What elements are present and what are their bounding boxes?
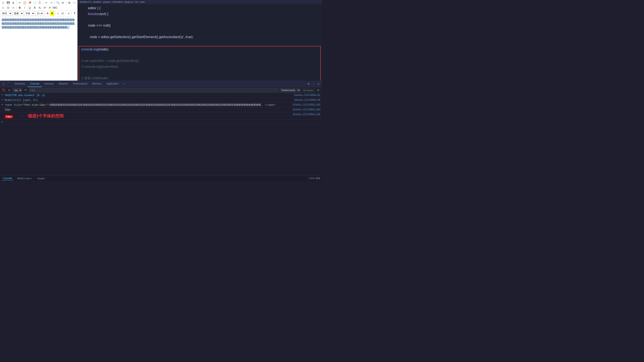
breadcrumb-text: ckeditor4-3 › ckeditor › plugins › texti… — [80, 1, 145, 3]
editor-panel: ⬡ 💾 🖨 ✂ 📋 📌 📄 🗒 ↩ ↪ 🔍 ⇄ ⊞ ― ☺ Ω — [0, 0, 78, 80]
toolbar-strike-btn[interactable]: S — [32, 5, 37, 10]
console-text-3c: > — [48, 104, 50, 106]
filter-toggle-btn[interactable]: ⊘ — [7, 88, 11, 92]
divider2 — [43, 1, 43, 4]
tab-sources[interactable]: Sources — [42, 80, 56, 87]
show-blocks-btn[interactable]: ⊡ — [60, 11, 65, 16]
tab-memory[interactable]: Memory — [90, 80, 104, 87]
bottom-tab-issues[interactable]: Issues — [36, 177, 46, 180]
toolbar-print-btn[interactable]: 🖨 — [11, 0, 16, 5]
bottom-tab-whatsnew[interactable]: What's new × — [16, 177, 34, 180]
code-line-empty — [79, 52, 320, 58]
eye-btn[interactable]: 👁 — [24, 88, 28, 92]
expand-arrow-2[interactable]: ▶ — [2, 98, 3, 101]
code-breadcrumb: ckeditor4-3 › ckeditor › plugins › texti… — [78, 0, 322, 4]
console-link-2[interactable]: plugin.js?t=N5UC:99 — [294, 98, 320, 101]
context-select[interactable]: top — [12, 88, 22, 92]
toolbar-removeformat-btn[interactable]: ✗ — [48, 5, 52, 10]
inspect-element-btn[interactable]: ⬡ — [1, 82, 6, 86]
style-select[interactable]: 样式 — [1, 11, 12, 16]
highlighted-console-block: console.log(node); // var outerHtml = no… — [79, 46, 321, 80]
toolbar-italic-btn[interactable]: I — [22, 5, 27, 10]
toolbar-paste-text-btn[interactable]: 📄 — [32, 0, 37, 5]
toolbar-undo-btn[interactable]: ↩ — [44, 0, 48, 5]
code-line: function(evt) { — [78, 11, 322, 17]
fullscreen-btn[interactable]: ⤢ — [56, 11, 60, 16]
toolbar-special-btn[interactable]: Ω — [6, 5, 10, 10]
console-link-3[interactable]: plugin.js?t=N5UC:103 — [293, 103, 320, 106]
divider1 — [16, 1, 16, 4]
justify-left-btn[interactable]: ≡ — [66, 11, 71, 16]
console-settings-btn[interactable]: ⚙ — [316, 88, 320, 92]
console-text-1: CKEDITOR.dom.element {$: p} — [4, 94, 45, 97]
toolbar-find-btn[interactable]: 🔍 — [56, 0, 60, 5]
expand-arrow-1[interactable]: ▶ — [2, 93, 3, 96]
devtools-tabs-right: ⚙ ⋮ × — [306, 82, 321, 86]
tab-console[interactable]: Console — [28, 80, 42, 87]
code-line-comment3: // 获取 childNodes — [79, 75, 320, 80]
console-link-1[interactable]: plugin.js?t=N5UC:92 — [294, 93, 320, 96]
toolbar-source-btn[interactable]: ⬡ — [1, 0, 6, 5]
settings-btn[interactable]: ⚙ — [306, 82, 311, 86]
font-select[interactable]: 字体 — [24, 11, 35, 16]
code-line-console-log: console.log(node); — [79, 46, 320, 52]
console-text-2: NodeList(2) [span, br] — [4, 99, 38, 102]
divider8 — [66, 11, 66, 15]
font-color-btn[interactable]: A — [46, 11, 50, 16]
size-select[interactable]: 12 — [36, 11, 44, 16]
close-devtools-btn[interactable]: × — [316, 82, 321, 86]
console-content-3: <span style="font-size:12px;">我哦我我哦我我我我哦… — [4, 103, 291, 107]
device-toolbar-btn[interactable]: 📱 — [6, 82, 10, 86]
toolbar-hr-btn[interactable]: ― — [72, 0, 77, 5]
expand-caret[interactable]: ▶ — [2, 120, 3, 123]
console-filter-input[interactable] — [29, 88, 278, 92]
tab-elements[interactable]: Elements — [12, 80, 28, 87]
console-link-5[interactable]: plugin.js?t=N5UC:109 — [293, 113, 320, 115]
toolbar-replace-btn[interactable]: ⇄ — [60, 0, 65, 5]
divider5 — [16, 6, 16, 10]
console-content-5: 24px ← 缩进2个字体的空间 — [4, 113, 291, 119]
console-link-4[interactable]: plugin.js?t=N5UC:108 — [293, 108, 320, 110]
clear-console-btn[interactable]: 🚫 — [2, 88, 6, 92]
bottom-bar: Console What's new × Issues CSDN 看教 — [0, 176, 322, 181]
divider4 — [66, 1, 66, 4]
console-row-4: 12px plugin.js?t=N5UC:108 — [0, 108, 322, 112]
toolbar-paste-btn[interactable]: 📌 — [28, 0, 32, 5]
console-row-3: ▶ <span style="font-size:12px;">我哦我我哦我我我… — [0, 103, 322, 108]
toolbar-underline-btn[interactable]: U — [28, 5, 32, 10]
console-text-3a: <span style= — [4, 104, 22, 106]
bottom-tab-console[interactable]: Console — [2, 176, 14, 180]
value-12px: 12px — [4, 108, 11, 111]
toolbar-table-btn[interactable]: ⊞ — [67, 0, 72, 5]
toolbar-subscript-btn[interactable]: X₂ — [38, 5, 42, 10]
no-issues-badge: No Issues — [302, 88, 315, 92]
code-line-comment1: // var outerHtml = node.getOuterHtml(); — [79, 58, 320, 64]
more-options-btn[interactable]: ⋮ — [312, 82, 316, 86]
expand-arrow-3[interactable]: ▶ — [2, 103, 3, 106]
console-text-3b: "font-size:12px;" — [22, 104, 48, 106]
console-content-4: 12px — [4, 108, 291, 112]
tab-more[interactable]: » — [121, 80, 128, 87]
toolbar-redo-btn[interactable]: ↪ — [49, 0, 54, 5]
toolbar-spell-btn[interactable]: ABC — [52, 5, 57, 10]
console-row-1: ▶ CKEDITOR.dom.element {$: p} plugin.js?… — [0, 93, 322, 98]
toolbar-save-btn[interactable]: 💾 — [6, 0, 10, 5]
editor-content[interactable]: 我哦我我哦我我我我哦我我我我哦我我我我哦我我我我哦我我我我哦我我我我哦我我我我哦… — [0, 16, 78, 80]
toolbar-copy-btn[interactable]: 📋 — [22, 0, 27, 5]
editor-selected-text: 我哦我我哦我我我我哦我我我我哦我我我我哦我我我我哦我我我我哦我我我我哦我我我我哦… — [2, 18, 74, 29]
toolbar-superscript-btn[interactable]: X² — [42, 5, 47, 10]
toolbar-pagebreak-btn[interactable]: ⎋ — [11, 5, 16, 10]
highlight-btn[interactable]: A — [50, 11, 54, 16]
console-content-1: CKEDITOR.dom.element {$: p} — [4, 93, 292, 97]
code-line: node = editor.getSelection().getStartEle… — [78, 34, 322, 40]
help-btn[interactable]: ? — [72, 11, 77, 16]
tab-application[interactable]: Application — [104, 80, 121, 87]
default-levels-select[interactable]: Default levels — [280, 88, 300, 92]
format-select[interactable]: 普通 — [12, 11, 24, 16]
toolbar-cut-btn[interactable]: ✂ — [18, 0, 22, 5]
tab-network[interactable]: Network — [56, 80, 70, 87]
toolbar-paste-word-btn[interactable]: 🗒 — [38, 0, 42, 5]
toolbar-smiley-btn[interactable]: ☺ — [1, 5, 6, 10]
tab-performance[interactable]: Performance — [70, 80, 90, 87]
toolbar-bold-btn[interactable]: B — [18, 5, 22, 10]
